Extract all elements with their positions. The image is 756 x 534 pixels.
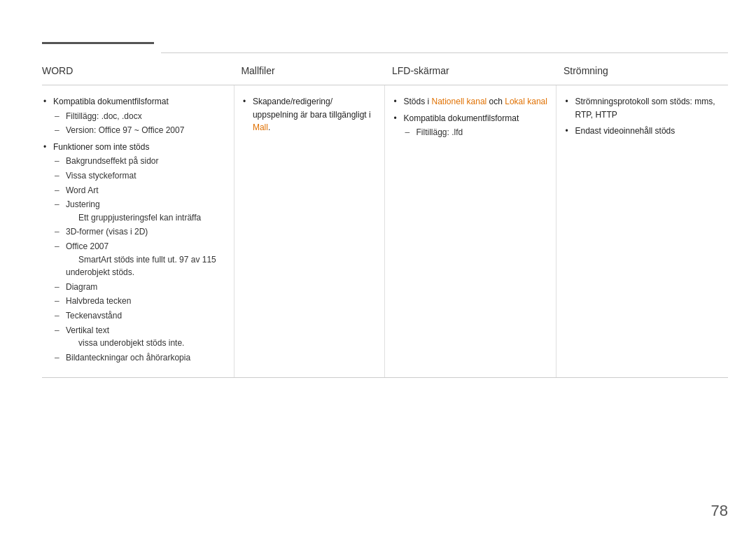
- top-rule: [161, 52, 728, 53]
- sub-item: Halvbreda tecken: [53, 295, 227, 308]
- sub-item: Office 2007 SmartArt stöds inte fullt ut…: [53, 240, 227, 279]
- list-item: Strömningsprotokoll som stöds: mms, RTP,…: [564, 95, 721, 121]
- header-word: WORD: [42, 59, 234, 85]
- sub-item: Filtillägg: .lfd: [403, 126, 549, 139]
- list-item: Funktioner som inte stöds Bakgrundseffek…: [42, 141, 227, 365]
- bullet-text: Kompatibla dokumentfilsformat: [403, 113, 519, 123]
- lfd-list: Stöds i Nationell kanal och Lokal kanal …: [392, 95, 549, 139]
- highlight-lokal: Lokal kanal: [505, 97, 547, 106]
- highlight-mall: Mall: [253, 122, 268, 132]
- list-item: Kompatibla dokumentfilsformat Filtillägg…: [42, 95, 227, 137]
- content-table-wrapper: WORD Mallfiler LFD-skärmar Strömning Kom…: [42, 59, 728, 492]
- bullet-text: Stöds i Nationell kanal och Lokal kanal: [403, 97, 547, 106]
- top-bar-decoration: [42, 42, 154, 44]
- page-container: WORD Mallfiler LFD-skärmar Strömning Kom…: [0, 0, 756, 534]
- lfd-cell: Stöds i Nationell kanal och Lokal kanal …: [385, 85, 556, 378]
- page-number: 78: [711, 502, 728, 520]
- sub-item: Vissa styckeformat: [53, 169, 227, 183]
- sub-item: Teckenavstånd: [53, 309, 227, 323]
- table-row: Kompatibla dokumentfilsformat Filtillägg…: [42, 85, 728, 378]
- sub-item: Diagram: [53, 281, 227, 294]
- header-lfd: LFD-skärmar: [385, 59, 556, 85]
- bullet-text: Strömningsprotokoll som stöds: mms, RTP,…: [575, 97, 715, 120]
- sub-list: Bakgrundseffekt på sidor Vissa styckefor…: [53, 155, 227, 364]
- sub-note: Ett gruppjusteringsfel kan inträffa: [66, 213, 201, 223]
- sub-item: Version: Office 97 ~ Office 2007: [53, 124, 227, 137]
- sub-item: Justering Ett gruppjusteringsfel kan int…: [53, 198, 227, 224]
- header-stromning: Strömning: [556, 59, 728, 85]
- sub-note: SmartArt stöds inte fullt ut. 97 av 115 …: [66, 255, 216, 278]
- sub-item: Vertikal text vissa underobjekt stöds in…: [53, 324, 227, 350]
- sub-item: 3D-former (visas i 2D): [53, 225, 227, 239]
- main-table: WORD Mallfiler LFD-skärmar Strömning Kom…: [42, 59, 728, 378]
- mallfiler-cell: Skapande/redigering/uppspelning är bara …: [234, 85, 385, 378]
- list-item: Endast videoinnehåll stöds: [564, 125, 721, 138]
- sub-item: Filtillägg: .doc, .docx: [53, 110, 227, 123]
- sub-note: vissa underobjekt stöds inte.: [66, 338, 184, 348]
- mallfiler-list: Skapande/redigering/uppspelning är bara …: [241, 95, 378, 134]
- sub-item: Word Art: [53, 184, 227, 197]
- list-item: Stöds i Nationell kanal och Lokal kanal: [392, 95, 549, 108]
- list-item: Skapande/redigering/uppspelning är bara …: [241, 95, 378, 134]
- word-cell: Kompatibla dokumentfilsformat Filtillägg…: [42, 85, 234, 378]
- sub-item: Bildanteckningar och åhörarkopia: [53, 351, 227, 365]
- stromning-list: Strömningsprotokoll som stöds: mms, RTP,…: [564, 95, 721, 138]
- bullet-text: Endast videoinnehåll stöds: [575, 126, 675, 136]
- bullet-text: Kompatibla dokumentfilsformat: [53, 97, 169, 106]
- sub-item: Bakgrundseffekt på sidor: [53, 155, 227, 168]
- sub-list: Filtillägg: .lfd: [403, 126, 549, 139]
- bullet-text: Funktioner som inte stöds: [53, 142, 149, 152]
- header-mallfiler: Mallfiler: [234, 59, 385, 85]
- highlight-nationell: Nationell kanal: [432, 97, 487, 106]
- stromning-cell: Strömningsprotokoll som stöds: mms, RTP,…: [556, 85, 728, 378]
- sub-list: Filtillägg: .doc, .docx Version: Office …: [53, 110, 227, 137]
- word-list: Kompatibla dokumentfilsformat Filtillägg…: [42, 95, 227, 364]
- bullet-text: Skapande/redigering/uppspelning är bara …: [253, 97, 371, 132]
- list-item: Kompatibla dokumentfilsformat Filtillägg…: [392, 112, 549, 139]
